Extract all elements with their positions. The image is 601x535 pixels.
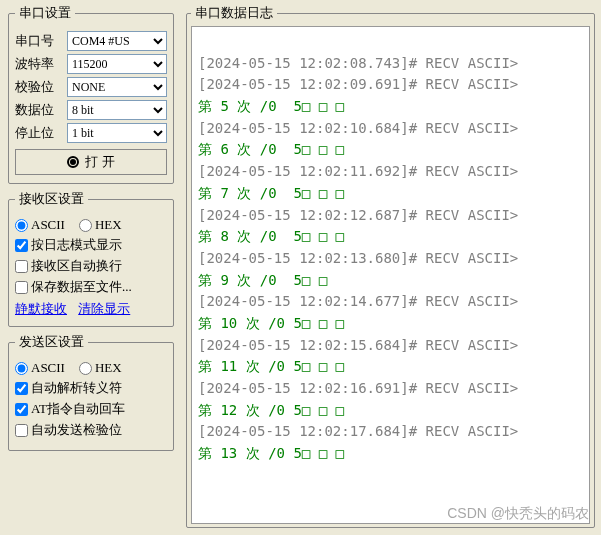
port-select[interactable]: COM4 #US <box>67 31 167 51</box>
stopbits-select[interactable]: 1 bit <box>67 123 167 143</box>
log-mode-checkbox[interactable]: 按日志模式显示 <box>15 236 122 254</box>
auto-wrap-checkbox[interactable]: 接收区自动换行 <box>15 257 122 275</box>
open-label: 打 开 <box>85 153 114 171</box>
recv-settings-group: 接收区设置 ASCII HEX 按日志模式显示 接收区自动换行 保存数据至文件.… <box>8 190 174 327</box>
recv-legend: 接收区设置 <box>15 190 88 208</box>
send-ascii-radio[interactable]: ASCII <box>15 360 65 376</box>
log-legend: 串口数据日志 <box>191 4 277 22</box>
baud-select[interactable]: 115200 <box>67 54 167 74</box>
serial-legend: 串口设置 <box>15 4 75 22</box>
open-port-button[interactable]: 打 开 <box>15 149 167 175</box>
parity-label: 校验位 <box>15 78 61 96</box>
auto-checksum-checkbox[interactable]: 自动发送检验位 <box>15 421 122 439</box>
save-file-checkbox[interactable]: 保存数据至文件... <box>15 278 132 296</box>
recv-hex-radio[interactable]: HEX <box>79 217 122 233</box>
clear-display-link[interactable]: 清除显示 <box>78 301 130 316</box>
databits-select[interactable]: 8 bit <box>67 100 167 120</box>
send-settings-group: 发送区设置 ASCII HEX 自动解析转义符 AT指令自动回车 自动发送检验位 <box>8 333 174 451</box>
baud-label: 波特率 <box>15 55 61 73</box>
recv-ascii-radio[interactable]: ASCII <box>15 217 65 233</box>
record-icon <box>67 156 79 168</box>
send-hex-radio[interactable]: HEX <box>79 360 122 376</box>
at-newline-checkbox[interactable]: AT指令自动回车 <box>15 400 125 418</box>
databits-label: 数据位 <box>15 101 61 119</box>
log-group: 串口数据日志 [2024-05-15 12:02:08.743]# RECV A… <box>186 4 595 528</box>
send-legend: 发送区设置 <box>15 333 88 351</box>
stopbits-label: 停止位 <box>15 124 61 142</box>
port-label: 串口号 <box>15 32 61 50</box>
parity-select[interactable]: NONE <box>67 77 167 97</box>
auto-escape-checkbox[interactable]: 自动解析转义符 <box>15 379 122 397</box>
mute-recv-link[interactable]: 静默接收 <box>15 301 67 316</box>
log-textarea[interactable]: [2024-05-15 12:02:08.743]# RECV ASCII>[2… <box>191 26 590 524</box>
serial-settings-group: 串口设置 串口号 COM4 #US 波特率 115200 校验位 NONE 数据… <box>8 4 174 184</box>
